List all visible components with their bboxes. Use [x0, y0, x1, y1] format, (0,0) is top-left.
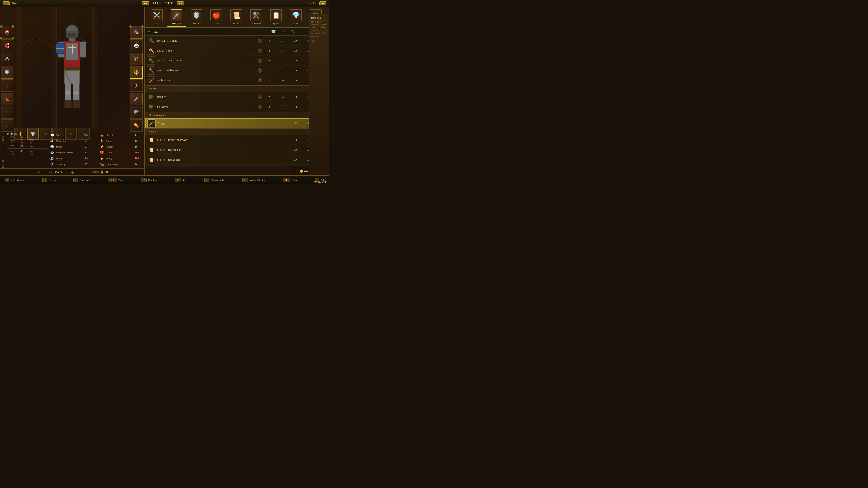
- weight-value: 189/214: [53, 170, 62, 174]
- inv-slot[interactable]: 👢: [1, 93, 13, 105]
- sell-label: Sell: [311, 39, 314, 41]
- right-panel: ⚔️ All 🗡️ Weapons 🛡️ Armour 🍎 Food 📜 Boo…: [145, 7, 329, 184]
- inv-slot[interactable]: ✕: [1, 119, 13, 132]
- inv-slot[interactable]: 🏃: [130, 79, 143, 92]
- l1-btn[interactable]: □: [42, 178, 47, 182]
- item-row[interactable]: 📜 Sketch – Broad axe 100 0.1 311.5: [145, 155, 329, 165]
- headings-action[interactable]: L3 Headings: [141, 178, 157, 182]
- speed-value: 24: [85, 145, 88, 149]
- item-badge: ⓘ: [258, 78, 262, 83]
- inv-slot[interactable]: ⛑️: [1, 26, 13, 39]
- item-row[interactable]: 📜 Sketch – Battle longsword 100 0.1 611.…: [145, 135, 329, 145]
- r1-btn[interactable]: R1: [242, 178, 248, 182]
- item-row[interactable]: 📜 Sketch – Bearded axe 100 0.1 167.8: [145, 145, 329, 155]
- item-info-text: The dagger is a dangerous weapon used fo…: [311, 20, 327, 37]
- agility-label: Agility: [106, 139, 133, 142]
- tab-other[interactable]: 💎 Other: [286, 7, 305, 27]
- triangle-outfit-btn[interactable]: △: [204, 178, 209, 182]
- l2-badge[interactable]: L2: [3, 1, 10, 5]
- top-bar: L2 Player La SELL BUY R3 Item info R3: [0, 0, 329, 7]
- active-belt-action[interactable]: R1 Active Belt Slot: [242, 178, 266, 182]
- r3-badge[interactable]: R3: [177, 1, 184, 5]
- inv-slot[interactable]: 🥋: [130, 39, 143, 52]
- item-row[interactable]: 🏏 Light mace ⓘ 2 80 100 3 297.1: [145, 75, 329, 86]
- books-tab-icon: 📜: [230, 9, 242, 21]
- inv-slot[interactable]: 🗡️: [130, 93, 143, 105]
- r3-sort-btn[interactable]: R3: [175, 178, 181, 182]
- sort-label: Sort: [182, 179, 186, 182]
- tabs-label: Tabs: [119, 179, 123, 182]
- close-deal-label: Close deal: [80, 179, 90, 182]
- add-basket-label: Add to basket: [11, 179, 25, 182]
- item-row[interactable]: 📜 Sketch – Broad longsword 100 0.1 199: [145, 165, 329, 167]
- item-row[interactable]: 🪖 Guisarme ⓘ 3 109 100 9.6 271.2: [145, 102, 329, 112]
- inv-slot[interactable]: 🛡️: [1, 66, 13, 78]
- la-badge[interactable]: La: [142, 1, 149, 5]
- item-icon: 🪖: [147, 93, 155, 101]
- vitality-icon: ⚡: [99, 144, 104, 149]
- triangle-btn[interactable]: △: [73, 178, 79, 182]
- item-row-dagger[interactable]: 🗡️ Dagger 100 1 19.8: [145, 119, 329, 128]
- inv-slot[interactable]: 💊: [130, 119, 143, 132]
- inv-slot[interactable]: ⚗️: [130, 106, 143, 119]
- weapons-tab-label: Weapons: [172, 22, 181, 25]
- help-action[interactable]: SEL Help: [283, 178, 297, 182]
- tabs-action[interactable]: L1 R1 Tabs: [108, 178, 123, 182]
- haggle-action[interactable]: □ Haggle: [42, 178, 56, 182]
- inv-slot[interactable]: 💍: [1, 53, 13, 65]
- speech-value: 18: [85, 133, 88, 137]
- x-btn[interactable]: ✕: [4, 178, 9, 182]
- inv-slot[interactable]: ✕: [1, 106, 13, 119]
- r3-info-badge[interactable]: R3: [319, 1, 327, 5]
- l3-btn[interactable]: L3: [141, 178, 147, 182]
- coin-icon: 🪙: [300, 170, 303, 173]
- change-outfit-action[interactable]: △ Change outfit: [204, 178, 224, 182]
- weight-display: WEIGHT ⚖️ 189/214: [37, 170, 62, 174]
- skill-nourishment: 🍗 Nourishment 44: [99, 162, 145, 166]
- inv-slot[interactable]: 🎭: [130, 26, 143, 39]
- item-qty: 2: [264, 95, 275, 99]
- item-icon: 📜: [147, 146, 155, 154]
- tab-books[interactable]: 📜 Books: [227, 7, 246, 27]
- haggle-label: Haggle: [49, 179, 56, 182]
- help-label: Help: [292, 179, 297, 182]
- sort-action[interactable]: R3 Sort: [175, 178, 186, 182]
- inv-slot[interactable]: ⚔️: [130, 53, 143, 65]
- inv-slot[interactable]: ✕: [1, 79, 13, 92]
- stats-grid: ⚔️🛡️⚖️ 166 185 111 143 135 85 22 22 22 1…: [7, 133, 48, 159]
- skill-vitality: ⚡ Vitality 16: [99, 144, 145, 149]
- item-row[interactable]: ⛏️ Horseman's pick ⓘ 3 94 100 7.5 593.5: [145, 36, 329, 46]
- inv-slot[interactable]: 🔱: [130, 66, 143, 78]
- add-basket-action[interactable]: ✕ Add to basket: [4, 178, 25, 182]
- strength-icon: 💪: [99, 133, 104, 137]
- you-balance: You 🪙 411.7: [294, 170, 310, 173]
- tab-quest[interactable]: 📋 Quest: [267, 7, 285, 27]
- lr-btn[interactable]: L1 R1: [108, 178, 117, 182]
- tab-all[interactable]: ⚔️ All: [147, 7, 166, 27]
- item-row[interactable]: 🔨 Lavish warhammer ⓘ 2 105 100 7.7 400.1: [145, 66, 329, 75]
- skills-col-right: 💪 Strength 13 🏃 Agility 15 ⚡ Vitality 16…: [99, 133, 145, 168]
- filter-icon[interactable]: ▼: [147, 30, 151, 34]
- sort-az-icon[interactable]: A↕Z: [153, 30, 158, 33]
- polearms-label: Polearms: [149, 87, 159, 90]
- item-badge: ⓘ: [258, 68, 262, 72]
- item-row[interactable]: 🪓 Knight's axe ⓘ 2 94 100 7.5 664.7: [145, 46, 329, 56]
- close-deal-action[interactable]: △ Close deal: [73, 178, 90, 182]
- tab-materials[interactable]: ⚒️ Materials: [247, 7, 266, 27]
- svg-point-19: [65, 91, 71, 95]
- select-btn[interactable]: SEL: [283, 178, 290, 182]
- reputation-display: REPUTATION 🏅 79: [83, 170, 108, 174]
- tab-armour[interactable]: 🛡️ Armour: [187, 7, 206, 27]
- top-bar-left: L2 Player: [3, 1, 19, 5]
- item-row[interactable]: 🪖 Bardiche ⓘ 2 96 100 10.2 83: [145, 92, 329, 102]
- energy-value: 100: [135, 157, 139, 160]
- item-row[interactable]: 🔨 Knight's war hammer ⓘ 4 91 100 7 226.7: [145, 56, 329, 66]
- item-badge: ⓘ: [258, 59, 262, 63]
- visibility-icon: 🔭: [50, 162, 54, 166]
- inv-slot[interactable]: 🧲: [1, 39, 13, 52]
- skill-agility: 🏃 Agility 15: [99, 138, 145, 143]
- tab-weapons[interactable]: 🗡️ Weapons: [167, 7, 186, 27]
- tab-food[interactable]: 🍎 Food: [207, 7, 226, 27]
- item-name: Horseman's pick: [157, 39, 256, 42]
- svg-rect-21: [64, 100, 72, 108]
